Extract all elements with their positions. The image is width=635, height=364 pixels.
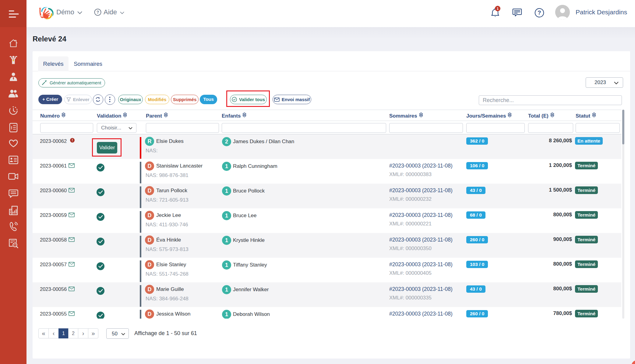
- svg-text:?: ?: [538, 9, 541, 16]
- svg-text:?: ?: [97, 10, 99, 15]
